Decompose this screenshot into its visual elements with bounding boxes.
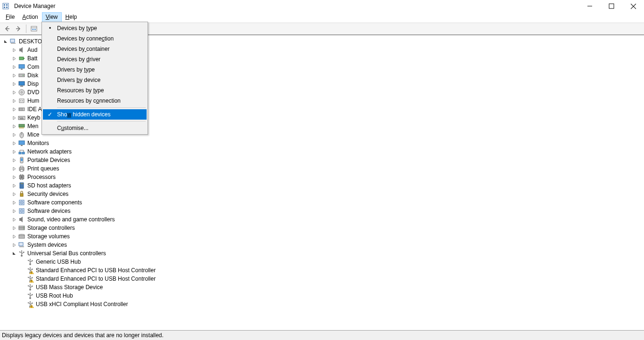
view-menu-item[interactable]: Devices by connection	[43, 33, 147, 44]
tree-item-label: Men	[27, 122, 38, 130]
close-button[interactable]	[622, 0, 644, 12]
chevron-right-icon[interactable]	[11, 140, 17, 146]
chevron-right-icon[interactable]	[11, 149, 17, 154]
minimize-button[interactable]	[579, 0, 601, 12]
tree-category[interactable]: Monitors	[3, 139, 644, 147]
svg-point-28	[21, 92, 23, 93]
view-menu-item[interactable]: Customise...	[43, 123, 147, 133]
maximize-button[interactable]	[601, 0, 622, 12]
toolbar-forward-button[interactable]	[13, 24, 24, 34]
tree-category[interactable]: Storage controllers	[3, 224, 644, 232]
chevron-right-icon[interactable]	[11, 166, 17, 171]
tree-item-label: Portable Devices	[27, 156, 70, 164]
tree-category[interactable]: Universal Serial Bus controllers	[3, 249, 644, 258]
svg-point-84	[23, 227, 24, 227]
chevron-right-icon[interactable]	[11, 200, 17, 205]
chevron-right-icon[interactable]	[11, 98, 17, 104]
tree-device[interactable]: USB Root Hub	[3, 291, 644, 300]
tree-item-label: Software components	[27, 198, 82, 207]
tree-category[interactable]: SD host adapters	[3, 181, 644, 190]
tree-category[interactable]: Storage volumes	[3, 232, 644, 241]
chevron-right-icon[interactable]	[11, 123, 17, 129]
chevron-right-icon[interactable]	[11, 106, 17, 112]
tree-category[interactable]: Security devices	[3, 190, 644, 198]
menu-action[interactable]: Action	[18, 12, 41, 23]
svg-rect-73	[23, 183, 23, 184]
view-menu-item[interactable]: Devices by container	[43, 44, 147, 54]
chevron-right-icon[interactable]	[11, 191, 17, 197]
tree-item-label: Storage controllers	[27, 224, 75, 232]
chevron-right-icon[interactable]	[11, 132, 17, 138]
chevron-right-icon[interactable]	[11, 81, 17, 87]
window-buttons	[579, 0, 644, 12]
svg-point-93	[19, 251, 20, 252]
tree-item-label: Sound, video and game controllers	[27, 215, 115, 224]
menu-view[interactable]: View	[42, 12, 62, 23]
view-menu-item[interactable]: •Devices by type	[43, 23, 147, 33]
chevron-right-icon[interactable]	[11, 183, 17, 188]
view-menu-item[interactable]: Drivers by type	[43, 65, 147, 75]
chevron-down-icon[interactable]	[3, 39, 8, 44]
svg-rect-123	[32, 286, 33, 287]
usb-icon	[26, 258, 34, 266]
security-icon	[18, 190, 25, 198]
chevron-right-icon[interactable]	[11, 115, 17, 121]
tree-item-label: Software devices	[27, 207, 70, 215]
view-menu-item[interactable]: Resources by type	[43, 85, 147, 96]
network-icon	[18, 148, 25, 155]
chevron-right-icon[interactable]	[11, 56, 17, 61]
view-menu-item[interactable]: Devices by driver	[43, 54, 147, 65]
software-icon	[18, 199, 25, 206]
menu-item-label: Devices by driver	[57, 56, 100, 63]
svg-rect-13	[32, 29, 33, 30]
tree-item-label: Keyb	[27, 113, 40, 122]
tree-category[interactable]: Software devices	[3, 207, 644, 215]
chevron-right-icon[interactable]	[11, 174, 17, 180]
tree-category[interactable]: Print queues	[3, 164, 644, 173]
view-menu-item[interactable]: Resources by connection	[43, 96, 147, 106]
svg-rect-42	[19, 127, 20, 129]
chevron-right-icon[interactable]	[11, 234, 17, 239]
tree-item-label: Print queues	[27, 164, 59, 173]
svg-rect-43	[20, 127, 21, 129]
chevron-right-icon[interactable]	[11, 217, 17, 222]
tree-device[interactable]: Standard Enhanced PCI to USB Host Contro…	[3, 275, 644, 283]
usb-icon	[26, 300, 34, 308]
view-menu-item[interactable]: Drivers by device	[43, 75, 147, 85]
svg-rect-2	[6, 4, 8, 6]
svg-point-99	[28, 260, 29, 261]
tree-category[interactable]: Processors	[3, 173, 644, 181]
chevron-right-icon[interactable]	[11, 47, 17, 53]
toolbar-properties-button[interactable]	[29, 24, 39, 34]
tree-category[interactable]: System devices	[3, 241, 644, 249]
chevron-right-icon[interactable]	[11, 157, 17, 163]
tree-category[interactable]: Sound, video and game controllers	[3, 215, 644, 224]
tree-device[interactable]: Standard Enhanced PCI to USB Host Contro…	[3, 266, 644, 275]
tree-category[interactable]: Software components	[3, 198, 644, 207]
toolbar-back-button[interactable]	[2, 24, 12, 34]
tree-device[interactable]: USB xHCI Compliant Host Controller	[3, 300, 644, 308]
tree-item-label: Network adapters	[27, 147, 72, 156]
memory-icon	[18, 122, 25, 130]
menu-help[interactable]: Help	[62, 12, 81, 23]
chevron-right-icon[interactable]	[11, 242, 17, 248]
view-menu-item[interactable]: ✓Show hidden devices	[43, 109, 147, 120]
chevron-right-icon[interactable]	[11, 73, 17, 78]
chevron-right-icon[interactable]	[11, 208, 17, 214]
tree-category[interactable]: Portable Devices	[3, 156, 644, 164]
chevron-right-icon[interactable]	[11, 64, 17, 70]
svg-point-121	[28, 285, 29, 286]
ide-icon	[18, 105, 25, 113]
system-icon	[18, 241, 25, 249]
svg-rect-57	[21, 158, 23, 161]
chevron-down-icon[interactable]	[11, 251, 17, 256]
tree-category[interactable]: Network adapters	[3, 147, 644, 156]
tree-device[interactable]: USB Mass Storage Device	[3, 283, 644, 291]
sd-icon	[18, 182, 25, 189]
tree-device[interactable]: Generic USB Hub	[3, 258, 644, 266]
tree-item-label: Aud	[27, 46, 37, 54]
menu-file[interactable]: File	[2, 12, 18, 23]
chevron-right-icon[interactable]	[11, 89, 17, 95]
svg-rect-25	[19, 81, 25, 85]
chevron-right-icon[interactable]	[11, 225, 17, 231]
